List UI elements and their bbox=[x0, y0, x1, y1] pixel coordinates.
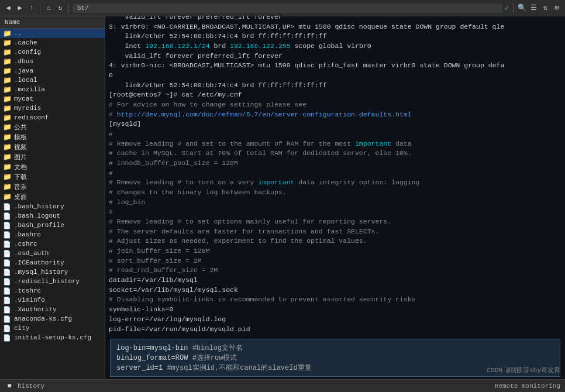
list-item[interactable]: 📁文档 bbox=[0, 162, 105, 172]
config-key: server_id=1 bbox=[116, 364, 167, 372]
terminal-line: valid_lft forever preferred_lft forever bbox=[109, 51, 561, 61]
terminal-output[interactable]: valid_lft forever preferred_lft forever3… bbox=[105, 16, 565, 336]
list-item[interactable]: 📁redisconf bbox=[0, 113, 105, 122]
list-item[interactable]: 📄.bash_history bbox=[0, 202, 105, 211]
file-icon: 📄 bbox=[2, 324, 12, 332]
list-item[interactable]: 📁.local bbox=[0, 75, 105, 85]
list-item[interactable]: 📄.tcshrc bbox=[0, 286, 105, 295]
filter-icon[interactable]: ⊞ bbox=[552, 4, 561, 13]
file-panel: Name 📁..📁.cache📁.config📁.dbus📁.java📁.loc… bbox=[0, 16, 105, 379]
file-name: .java bbox=[14, 67, 33, 74]
terminal-line: # Remove leading # to turn on a very imp… bbox=[109, 178, 561, 188]
list-item[interactable]: 📄.esd_auth bbox=[0, 249, 105, 258]
config-key: binlog_format=ROW bbox=[116, 354, 192, 362]
terminal-icon: ■ bbox=[5, 381, 14, 391]
search-icon[interactable]: 🔍 bbox=[517, 4, 526, 13]
highlight-line: server_id=1 #mysql实例id,不能和canal的slaveId重… bbox=[116, 363, 554, 373]
list-item[interactable]: 📁公共 bbox=[0, 122, 105, 132]
terminal-line: # read_rnd_buffer_size = 2M bbox=[109, 266, 561, 276]
file-name: 下载 bbox=[14, 173, 27, 181]
list-item[interactable]: 📄anaconda-ks.cfg bbox=[0, 314, 105, 324]
file-name: city bbox=[14, 325, 29, 332]
terminal-line: # http://dev.mysql.com/doc/refman/5.7/en… bbox=[109, 110, 561, 120]
list-item[interactable]: 📁模板 bbox=[0, 132, 105, 142]
folder-icon: 📁 bbox=[2, 104, 12, 112]
list-item[interactable]: 📄initial-setup-ks.cfg bbox=[0, 333, 105, 342]
file-icon: 📄 bbox=[2, 305, 12, 314]
file-icon: 📄 bbox=[2, 202, 12, 211]
terminal-line: [mysqld] bbox=[109, 119, 561, 129]
file-list[interactable]: 📁..📁.cache📁.config📁.dbus📁.java📁.local📁.m… bbox=[0, 29, 105, 379]
list-item[interactable]: 📁下载 bbox=[0, 172, 105, 182]
list-item[interactable]: 📁.java bbox=[0, 66, 105, 75]
list-item[interactable]: 📄.bash_profile bbox=[0, 221, 105, 230]
up-icon[interactable]: ↑ bbox=[27, 4, 36, 13]
file-name: .config bbox=[14, 49, 41, 56]
list-item[interactable]: 📁.cache bbox=[0, 38, 105, 47]
statusbar-left: ■ history bbox=[5, 381, 44, 391]
folder-icon: 📁 bbox=[2, 85, 12, 94]
list-item[interactable]: 📁myredis bbox=[0, 104, 105, 113]
file-name: 图片 bbox=[14, 153, 27, 161]
back-icon[interactable]: ◀ bbox=[4, 4, 13, 13]
sort-icon[interactable]: ⇅ bbox=[540, 4, 550, 13]
list-item[interactable]: 📁.config bbox=[0, 47, 105, 57]
file-icon: 📄 bbox=[2, 221, 12, 229]
file-name: .Xauthority bbox=[14, 306, 57, 313]
file-icon: 📄 bbox=[2, 296, 12, 304]
file-icon: 📄 bbox=[2, 277, 12, 286]
reload-icon[interactable]: ↻ bbox=[56, 4, 65, 13]
path-confirm[interactable]: ✓ bbox=[505, 3, 509, 13]
file-name: .bashrc bbox=[14, 231, 41, 238]
folder-icon: 📁 bbox=[2, 193, 12, 201]
list-item[interactable]: 📁桌面 bbox=[0, 192, 105, 202]
list-item[interactable]: 📄.viminfo bbox=[0, 295, 105, 305]
list-item[interactable]: 📄.mysql_history bbox=[0, 267, 105, 277]
file-icon: 📄 bbox=[2, 240, 12, 248]
list-item[interactable]: 📁.dbus bbox=[0, 57, 105, 66]
highlight-box: log-bin=mysql-bin #binlog文件名binlog_forma… bbox=[110, 339, 560, 377]
terminal-line: symbolic-links=0 bbox=[109, 305, 561, 315]
list-item[interactable]: 📁图片 bbox=[0, 152, 105, 162]
file-name: .cshrc bbox=[14, 240, 37, 247]
statusbar: ■ history Remote monitoring bbox=[0, 379, 565, 392]
path-display[interactable]: bt/ bbox=[73, 4, 502, 13]
separator3 bbox=[513, 4, 514, 13]
list-item[interactable]: 📁mycat bbox=[0, 94, 105, 104]
list-item[interactable]: 📄city bbox=[0, 324, 105, 333]
list-item[interactable]: 📄.ICEauthority bbox=[0, 258, 105, 267]
list-item[interactable]: 📄.cshrc bbox=[0, 239, 105, 249]
terminal-line: [root@centos7 ~]# cat /etc/my.cnf bbox=[109, 90, 561, 100]
folder-icon: 📁 bbox=[2, 173, 12, 181]
list-item[interactable]: 📁.mozilla bbox=[0, 85, 105, 94]
history-label: history bbox=[18, 383, 44, 390]
list-item[interactable]: 📁.. bbox=[0, 29, 105, 38]
highlight-line: log-bin=mysql-bin #binlog文件名 bbox=[116, 343, 554, 353]
list-item[interactable]: 📄.bashrc bbox=[0, 230, 105, 239]
terminal-line: # Remove leading # and set to the amount… bbox=[109, 139, 561, 149]
file-name: .viminfo bbox=[14, 297, 45, 304]
home-icon[interactable]: ⌂ bbox=[44, 4, 53, 13]
file-name: .local bbox=[14, 77, 37, 84]
folder-icon: 📁 bbox=[2, 153, 12, 161]
file-icon: 📄 bbox=[2, 333, 12, 342]
file-name: mycat bbox=[14, 95, 33, 102]
file-name: 视频 bbox=[14, 143, 27, 152]
file-name: 模板 bbox=[14, 133, 27, 142]
folder-icon: 📁 bbox=[2, 57, 12, 66]
view-icon[interactable]: ☰ bbox=[529, 4, 538, 13]
terminal-line: # Remove leading # to set options mainly… bbox=[109, 217, 561, 227]
terminal-panel: valid_lft forever preferred_lft forever3… bbox=[105, 16, 565, 379]
terminal-line: # cache in MySQL. Start at 70% of total … bbox=[109, 149, 561, 159]
list-item[interactable]: 📄.rediscli_history bbox=[0, 277, 105, 286]
list-item[interactable]: 📁视频 bbox=[0, 142, 105, 152]
file-name: redisconf bbox=[14, 114, 49, 121]
terminal-line: log-error=/var/log/mysqld.log bbox=[109, 315, 561, 325]
forward-icon[interactable]: ▶ bbox=[15, 4, 25, 13]
list-item[interactable]: 📄.Xauthority bbox=[0, 305, 105, 314]
terminal-line: # innodb_buffer_pool_size = 128M bbox=[109, 159, 561, 169]
list-item[interactable]: 📄.bash_logout bbox=[0, 211, 105, 221]
terminal-line: # sort_buffer_size = 2M bbox=[109, 256, 561, 266]
terminal-line: inet 192.168.122.1/24 brd 192.168.122.25… bbox=[109, 42, 561, 51]
list-item[interactable]: 📁音乐 bbox=[0, 182, 105, 192]
